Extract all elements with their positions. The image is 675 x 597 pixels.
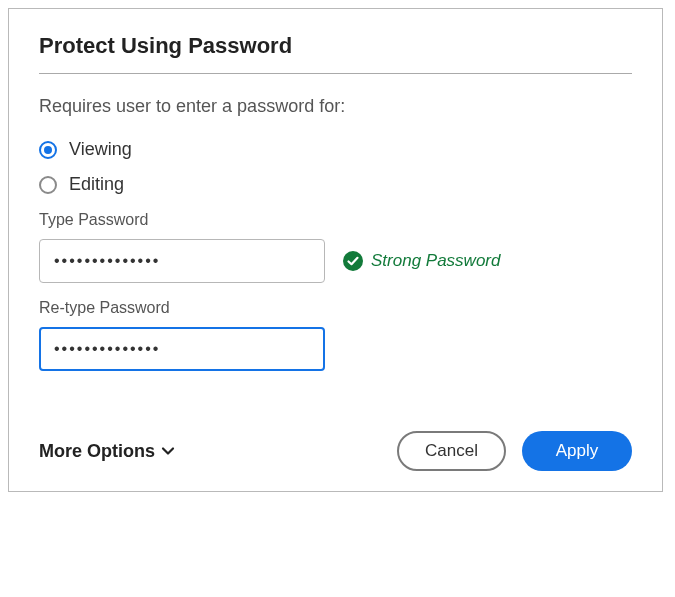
retype-password-input[interactable] bbox=[39, 327, 325, 371]
more-options-label: More Options bbox=[39, 441, 155, 462]
type-password-label: Type Password bbox=[39, 211, 632, 229]
radio-selected-icon bbox=[39, 141, 57, 159]
more-options-toggle[interactable]: More Options bbox=[39, 441, 175, 462]
password-strength-text: Strong Password bbox=[371, 251, 500, 271]
type-password-row: Strong Password bbox=[39, 239, 632, 283]
check-circle-icon bbox=[343, 251, 363, 271]
radio-editing[interactable]: Editing bbox=[39, 174, 632, 195]
chevron-down-icon bbox=[161, 444, 175, 458]
protection-mode-group: Viewing Editing bbox=[39, 139, 632, 195]
protect-password-panel: Protect Using Password Requires user to … bbox=[8, 8, 663, 492]
panel-footer: More Options Cancel Apply bbox=[39, 431, 632, 471]
radio-viewing-label: Viewing bbox=[69, 139, 132, 160]
radio-editing-label: Editing bbox=[69, 174, 124, 195]
panel-subtitle: Requires user to enter a password for: bbox=[39, 96, 632, 117]
type-password-input[interactable] bbox=[39, 239, 325, 283]
apply-button[interactable]: Apply bbox=[522, 431, 632, 471]
radio-viewing[interactable]: Viewing bbox=[39, 139, 632, 160]
radio-unselected-icon bbox=[39, 176, 57, 194]
retype-password-row bbox=[39, 327, 632, 371]
retype-password-label: Re-type Password bbox=[39, 299, 632, 317]
panel-title: Protect Using Password bbox=[39, 33, 632, 59]
title-divider bbox=[39, 73, 632, 74]
cancel-button[interactable]: Cancel bbox=[397, 431, 506, 471]
password-strength: Strong Password bbox=[343, 251, 500, 271]
